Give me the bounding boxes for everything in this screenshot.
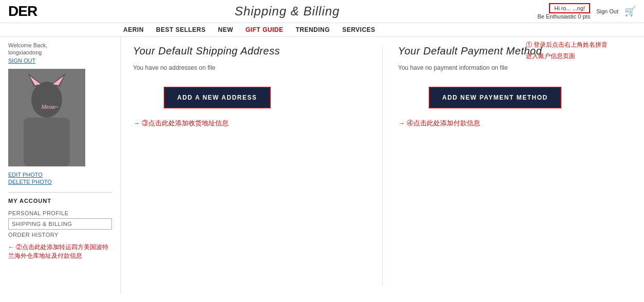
welcome-text: Welcome Back, — [8, 42, 112, 48]
svg-rect-6 — [24, 118, 70, 166]
delete-photo-link[interactable]: DELETE PHOTO — [8, 179, 112, 185]
billing-section: Your Default Payment Method You have no … — [383, 45, 632, 286]
top-bar-actions: Hi ro... ...ng! Be Enthusiastic 0 pts Si… — [537, 3, 636, 20]
shipping-section: Your Default Shipping Address You have n… — [133, 45, 383, 286]
add-address-button[interactable]: ADD A NEW ADDRESS — [164, 87, 271, 108]
brand-logo: DER — [8, 3, 37, 20]
greeting-box[interactable]: Hi ro... ...ng! — [549, 3, 590, 13]
billing-no-info: You have no payment information on file — [398, 64, 632, 71]
page-layout: Welcome Back, longxiaodong SIGN OUT Meow… — [0, 37, 644, 294]
nav-aerin[interactable]: AERIN — [123, 26, 144, 33]
annotation-2: ← ②点击此处添加转运四方美国波特兰海外仓库地址及付款信息 — [8, 243, 112, 260]
photo-links: EDIT PHOTO DELETE PHOTO — [8, 172, 112, 185]
sidebar: Welcome Back, longxiaodong SIGN OUT Meow… — [0, 37, 121, 294]
sidebar-sign-out[interactable]: SIGN OUT — [8, 58, 112, 64]
nav-gift-guide[interactable]: GIFT GUIDE — [245, 26, 283, 33]
main-content: Your Default Shipping Address You have n… — [121, 37, 644, 294]
nav-best-sellers[interactable]: BEST SELLERS — [156, 26, 206, 33]
add-payment-button[interactable]: ADD NEW PAYMENT METHOD — [429, 87, 561, 108]
sidebar-item-personal-profile[interactable]: PERSONAL PROFILE — [8, 208, 112, 218]
username-text: longxiaodong — [8, 49, 112, 55]
cart-icon[interactable]: 🛒 — [624, 6, 636, 17]
sidebar-item-order-history[interactable]: ORDER HISTORY — [8, 230, 112, 240]
sidebar-item-shipping-billing[interactable]: SHIPPING & BILLING — [8, 218, 112, 230]
greeting-area: Hi ro... ...ng! Be Enthusiastic 0 pts — [537, 3, 590, 20]
svg-text:Meow~: Meow~ — [42, 104, 59, 110]
greeting-text: Hi ro... ...ng! — [554, 5, 585, 11]
nav-trending[interactable]: TRENDING — [296, 26, 330, 33]
nav-new[interactable]: NEW — [218, 26, 234, 33]
edit-photo-link[interactable]: EDIT PHOTO — [8, 172, 112, 178]
annotation-4: → ④点击此处添加付款信息 — [398, 119, 632, 128]
top-bar: DER Shipping & Billing Hi ro... ...ng! B… — [0, 0, 644, 23]
page-title: Shipping & Billing — [235, 4, 340, 18]
shipping-no-info: You have no addresses on file — [133, 64, 367, 71]
shipping-heading: Your Default Shipping Address — [133, 45, 367, 57]
svg-point-1 — [31, 82, 62, 118]
nav-services[interactable]: SERVICES — [342, 26, 375, 33]
sign-out-link[interactable]: Sign Out — [596, 8, 618, 14]
annotation-1-number: ① — [526, 41, 532, 48]
points-text: Be Enthusiastic 0 pts — [537, 13, 590, 20]
annotation-1-text: 登录后点击右上角姓名拼音 进入账户信息页面 — [526, 41, 608, 60]
right-annotations: ① 登录后点击右上角姓名拼音 进入账户信息页面 — [526, 40, 639, 62]
avatar: Meow~ — [8, 69, 85, 166]
main-nav: AERIN BEST SELLERS NEW GIFT GUIDE TRENDI… — [0, 23, 644, 37]
annotation-3: → ③点击此处添加收货地址信息 — [133, 119, 367, 128]
sidebar-divider — [8, 192, 112, 193]
my-account-title: MY ACCOUNT — [8, 198, 112, 204]
